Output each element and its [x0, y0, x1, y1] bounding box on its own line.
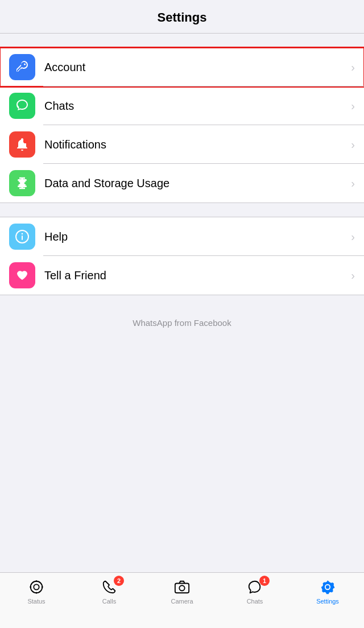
- tab-bar: Status2CallsCamera1ChatsSettings: [0, 572, 364, 628]
- setting-row-data[interactable]: Data and Storage Usage›: [0, 164, 364, 203]
- calls-tab-label: Calls: [102, 598, 116, 605]
- data-icon: [9, 170, 35, 196]
- help-chevron: ›: [351, 230, 355, 243]
- chat-icon: [9, 93, 35, 119]
- svg-point-11: [30, 586, 31, 588]
- info-icon: [9, 224, 35, 250]
- calls-tab-icon: 2: [99, 579, 119, 596]
- footer-text: WhatsApp from Facebook: [0, 304, 364, 341]
- calls-badge: 2: [114, 576, 124, 586]
- chats-tab-icon: 1: [245, 579, 265, 596]
- svg-rect-13: [175, 583, 189, 593]
- data-chevron: ›: [351, 177, 355, 190]
- status-tab-label: Status: [27, 598, 45, 605]
- svg-point-10: [36, 592, 38, 594]
- svg-point-12: [42, 586, 43, 588]
- settings-group-group2: Help›Tell a Friend›: [0, 217, 364, 295]
- tab-chats[interactable]: 1Chats: [218, 579, 291, 605]
- settings-group-group1: Account›Chats›Notifications›Data and Sto…: [0, 47, 364, 203]
- data-label: Data and Storage Usage: [44, 177, 346, 190]
- svg-rect-2: [18, 179, 27, 181]
- svg-point-1: [23, 139, 28, 143]
- svg-point-6: [22, 233, 23, 235]
- help-label: Help: [44, 230, 346, 243]
- account-label: Account: [44, 61, 346, 74]
- setting-row-notifications[interactable]: Notifications›: [0, 125, 364, 164]
- svg-point-9: [36, 580, 38, 582]
- tab-calls[interactable]: 2Calls: [73, 579, 146, 605]
- status-tab-icon: [26, 579, 47, 596]
- chats-chevron: ›: [351, 100, 355, 113]
- settings-tab-icon: [317, 579, 338, 596]
- chats-label: Chats: [44, 100, 346, 113]
- camera-tab-label: Camera: [171, 598, 193, 605]
- header: Settings: [0, 0, 364, 34]
- chats-badge: 1: [259, 576, 270, 586]
- bell-icon: [9, 131, 35, 158]
- camera-tab-icon: [172, 579, 192, 596]
- svg-point-15: [326, 585, 330, 589]
- account-chevron: ›: [351, 61, 355, 74]
- settings-tab-label: Settings: [316, 598, 339, 605]
- notifications-label: Notifications: [44, 138, 346, 151]
- notifications-chevron: ›: [351, 138, 355, 151]
- key-icon: [9, 54, 35, 80]
- setting-row-chats[interactable]: Chats›: [0, 86, 364, 125]
- svg-rect-5: [22, 236, 23, 240]
- tab-settings[interactable]: Settings: [291, 579, 364, 605]
- chats-tab-label: Chats: [247, 598, 263, 605]
- tell-friend-label: Tell a Friend: [44, 269, 346, 282]
- setting-row-account[interactable]: Account›: [0, 48, 364, 86]
- heart-icon: [9, 262, 35, 288]
- setting-row-tell-friend[interactable]: Tell a Friend›: [0, 256, 364, 295]
- page-title: Settings: [158, 10, 207, 24]
- svg-point-8: [34, 584, 39, 589]
- svg-rect-3: [18, 185, 27, 187]
- setting-row-help[interactable]: Help›: [0, 217, 364, 256]
- tab-status[interactable]: Status: [0, 579, 73, 605]
- svg-point-14: [179, 585, 184, 590]
- tell-friend-chevron: ›: [351, 269, 355, 282]
- tab-camera[interactable]: Camera: [146, 579, 218, 605]
- svg-point-7: [31, 581, 43, 593]
